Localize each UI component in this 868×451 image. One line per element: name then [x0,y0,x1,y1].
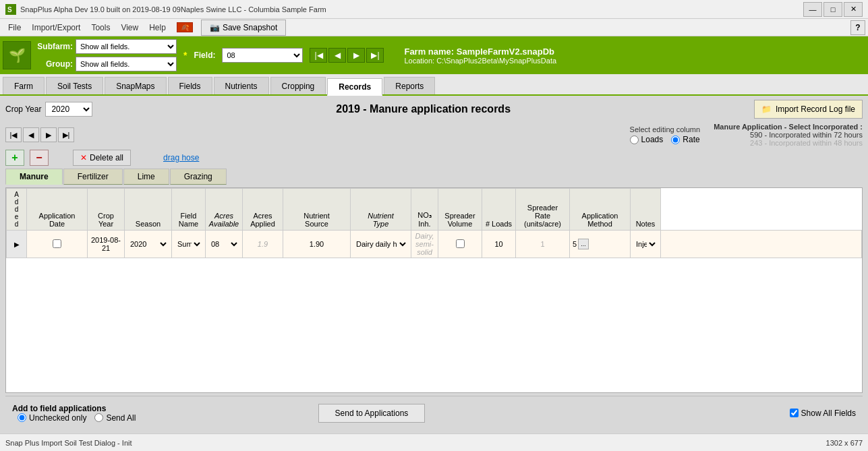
row-spreader-vol[interactable]: 10 [482,231,516,258]
snap-logo: 🍂 [177,22,193,32]
menu-view[interactable]: View [115,20,144,35]
col-header-loads: # Loads [482,189,516,231]
tab-cropping[interactable]: Cropping [270,77,326,94]
farm-fields: Subfarm: Show all fields. Group: Show al… [35,39,177,71]
record-nav-buttons: |◀ ◀ ▶ ▶| [5,127,74,142]
subfarm-select[interactable]: Show all fields. [76,39,177,54]
farm-bar: 🌱 Subfarm: Show all fields. Group: Show … [0,36,868,74]
row-season[interactable]: Summer [172,231,206,258]
tab-nutrients[interactable]: Nutrients [214,77,269,94]
field-first-button[interactable]: |◀ [310,48,327,63]
row-acres-applied[interactable]: 1.90 [283,231,351,258]
tab-records[interactable]: Records [327,78,382,96]
show-all-fields-checkbox[interactable] [790,409,799,417]
minimize-button[interactable]: — [803,2,822,17]
row-added-checkbox[interactable] [53,239,61,248]
sub-tab-fertilizer[interactable]: Fertilizer [63,169,123,185]
row-app-method[interactable]: Inject [631,231,661,258]
tab-fields[interactable]: Fields [168,77,212,94]
table-header-row: A d d e d ApplicationDate CropYear Seaso… [7,189,862,231]
group-label: Group: [35,59,73,69]
radio-rate-label[interactable]: Rate [671,135,699,144]
group-select[interactable]: Show all fields. [76,57,177,71]
menu-import-export[interactable]: Import/Export [26,20,86,35]
menu-file[interactable]: File [3,20,26,35]
sub-tab-grazing[interactable]: Grazing [170,169,227,185]
radio-loads-label[interactable]: Loads [630,135,664,144]
nutrient-src-cell-select[interactable]: Dairy daily haul [353,239,408,249]
field-select[interactable]: 08 [222,48,303,63]
tab-farm[interactable]: Farm [3,77,45,94]
field-next-button[interactable]: ▶ [347,48,365,63]
sub-tab-lime[interactable]: Lime [123,169,169,185]
radio-unchecked[interactable] [18,413,26,422]
row-app-date[interactable]: 2019-08-21 [88,231,125,258]
record-last-button[interactable]: ▶| [58,127,74,142]
manure-title: Manure Application - Select Incorporated… [714,123,863,131]
field-name-cell-select[interactable]: 08 [208,239,239,249]
season-cell-select[interactable]: Summer [175,239,202,249]
radio-rate[interactable] [671,136,680,144]
remove-record-button[interactable]: − [30,150,49,166]
record-next-button[interactable]: ▶ [40,127,57,142]
spreader-rate-more-button[interactable]: ... [578,239,589,249]
radio-loads[interactable] [630,136,639,144]
folder-icon: 📁 [761,104,772,114]
sub-tab-manure[interactable]: Manure [5,169,63,185]
close-button[interactable]: ✕ [844,2,863,17]
row-nutrient-src[interactable]: Dairy daily haul [351,231,411,258]
asterisk: * [183,50,187,61]
col-header-app-method: ApplicationMethod [570,189,631,231]
maximize-button[interactable]: □ [823,2,842,17]
title-bar: S SnapPlus Alpha Dev 19.0 built on 2019-… [0,0,868,19]
import-record-log-button[interactable]: 📁 Import Record Log file [754,100,863,119]
radio-unchecked-label[interactable]: Unchecked only [18,413,86,423]
send-to-applications-button[interactable]: Send to Applications [318,404,426,423]
tab-reports[interactable]: Reports [384,77,435,94]
row-acres-avail: 1.9 [243,231,283,258]
delete-icon: ✕ [80,153,87,162]
radio-send-all[interactable] [94,413,103,422]
add-record-button[interactable]: + [5,150,24,166]
radio-unchecked-text: Unchecked only [29,413,86,423]
row-crop-year[interactable]: 2020 [125,231,172,258]
no3-checkbox[interactable] [456,239,465,248]
title-bar-controls: — □ ✕ [803,2,863,17]
field-last-button[interactable]: ▶| [366,48,384,63]
col-header-nutrient-type: NutrientType [351,189,411,231]
radio-rate-text: Rate [683,135,699,144]
subfarm-label: Subfarm: [35,42,73,51]
radio-send-all-label[interactable]: Send All [94,413,136,423]
add-field-label: Add to field applications [12,404,136,413]
camera-icon: 📷 [210,23,220,32]
tab-soil-tests[interactable]: Soil Tests [46,77,103,94]
help-button[interactable]: ? [850,20,865,35]
record-prev-button[interactable]: ◀ [23,127,39,142]
table-row: ▶ 2019-08-21 2020 Summer [7,231,862,258]
drag-hose-link[interactable]: drag hose [163,153,199,162]
row-field-name[interactable]: 08 [206,231,243,258]
manure-line1: 590 - Incorporated within 72 hours [714,131,863,139]
row-loads: 1 [516,231,570,258]
field-prev-button[interactable]: ◀ [328,48,346,63]
menu-help[interactable]: Help [144,20,171,35]
app-method-cell-select[interactable]: Inject [633,239,658,249]
selection-area: Select editing column Loads Rate [630,125,701,144]
record-first-button[interactable]: |◀ [5,127,22,142]
col-header-notes: Notes [631,189,661,231]
menu-tools[interactable]: Tools [86,20,115,35]
top-section: Crop Year 2020 2019 - Manure application… [5,100,863,119]
tab-snapmaps[interactable]: SnapMaps [105,77,166,94]
row-no3[interactable] [438,231,482,258]
crop-year-cell-select[interactable]: 2020 [127,239,169,249]
row-spreader-rate[interactable]: 5 ... [570,231,631,258]
row-notes[interactable] [661,231,862,258]
save-snapshot-button[interactable]: 📷 Save Snapshot [201,20,286,36]
title-bar-text: SnapPlus Alpha Dev 19.0 built on 2019-08… [20,5,803,13]
row-arrow: ▶ [7,231,27,258]
crop-year-select[interactable]: 2020 [45,102,92,117]
content-area: Crop Year 2020 2019 - Manure application… [0,96,868,433]
delete-all-button[interactable]: ✕ Delete all [73,150,131,166]
sub-tab-bar: Manure Fertilizer Lime Grazing [5,169,863,185]
row-checkbox[interactable] [27,231,88,258]
